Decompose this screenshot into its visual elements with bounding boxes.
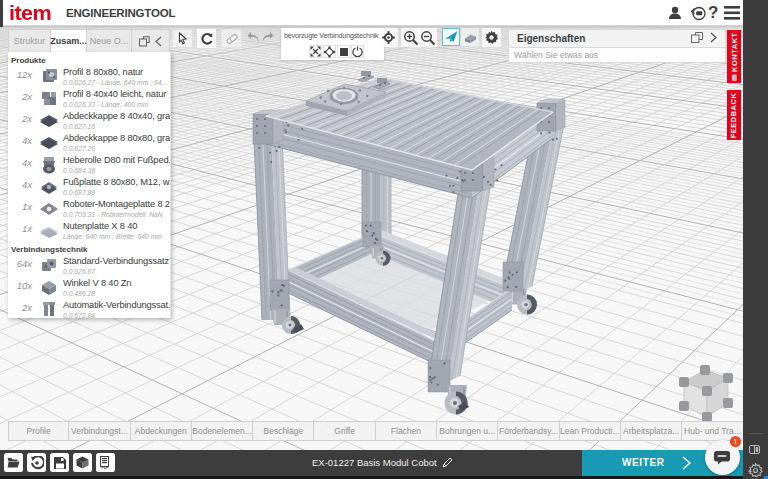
svg-text:PDF: PDF (102, 466, 110, 469)
